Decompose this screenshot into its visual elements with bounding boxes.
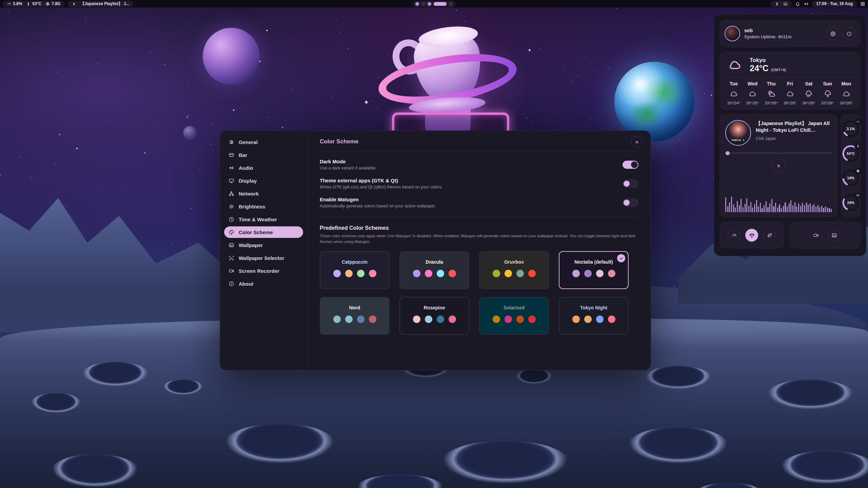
sidebar-item-audio[interactable]: Audio: [224, 162, 303, 174]
volume-icon[interactable]: [804, 1, 809, 6]
profile-button-scales[interactable]: [745, 229, 758, 242]
setting-title: Enable Matugen: [320, 197, 436, 202]
system-gauge-thermometer: 54°C: [842, 144, 860, 163]
chip-icon: [45, 2, 50, 6]
scheme-card-solarized[interactable]: Solarized: [479, 297, 549, 335]
media-player-card: TOKYO L 【Japanese Playlist】 Japan All Ni…: [719, 114, 837, 217]
visualizer-bar: [831, 209, 832, 212]
setting-title: Dark Mode: [320, 159, 376, 164]
cloud-icon: [786, 89, 794, 98]
sidebar-item-wallpaper[interactable]: Wallpaper: [224, 239, 303, 251]
cloud-icon: [725, 58, 744, 73]
toggle-enable-matugen[interactable]: [623, 199, 638, 207]
workspace-dot-empty[interactable]: [449, 2, 453, 6]
scheme-card-gruvbox[interactable]: Gruvbox: [479, 251, 549, 289]
workspace-indicator[interactable]: [413, 1, 455, 7]
power-button[interactable]: [843, 27, 855, 40]
visualizer-bar: [758, 206, 759, 212]
power-icon: [846, 31, 852, 37]
top-bar-right: 17:09 - Tue, 19 Aug: [771, 1, 865, 7]
visualizer-bar: [729, 202, 730, 212]
sidebar-item-network[interactable]: Network: [224, 188, 303, 199]
seek-knob[interactable]: [726, 151, 730, 155]
profile-button-leaf[interactable]: [763, 229, 776, 242]
crater: [356, 474, 444, 488]
clock-pill[interactable]: 17:09 - Tue, 19 Aug: [812, 1, 857, 7]
media-pill-label: 【Japanese Playlist】 J...: [80, 1, 129, 7]
color-dot: [505, 270, 512, 277]
visualizer-bar: [727, 206, 728, 212]
sidebar-item-label: Color Scheme: [239, 229, 273, 235]
system-stats-pill[interactable]: 3.8% 53°C 7.8G: [3, 1, 64, 7]
videocam-icon: [229, 268, 234, 274]
tray-pill[interactable]: [771, 1, 792, 7]
visualizer-bar: [731, 197, 732, 212]
section-description: These color schemes only apply when 'Use…: [320, 233, 638, 244]
widgets-icon[interactable]: [860, 1, 865, 6]
settings-dialog: GeneralBarAudioDisplayNetworkBrightnessT…: [220, 130, 651, 370]
color-dot: [413, 316, 420, 323]
page-title: Color Scheme: [320, 138, 638, 145]
color-dot: [584, 270, 592, 277]
bell-icon[interactable]: [795, 1, 800, 6]
weather-city: Tokyo: [750, 57, 786, 63]
color-dot: [357, 316, 364, 323]
sidebar-item-about[interactable]: About: [224, 278, 303, 289]
sidebar-item-time-weather[interactable]: Time & Weather: [224, 214, 303, 225]
scheme-colors: [333, 270, 376, 277]
scheme-card-noctalia-default[interactable]: Noctalia (default): [559, 251, 629, 289]
visualizer-bar: [743, 207, 744, 212]
sidebar-item-bar[interactable]: Bar: [224, 149, 303, 161]
media-pill[interactable]: 【Japanese Playlist】 J...: [68, 1, 133, 7]
weather-card: Tokyo 24°C (GMT+9) Tue33°/24°Wed35°/25°T…: [719, 52, 861, 109]
scheme-card-rosepine[interactable]: Rosepine: [399, 297, 469, 335]
top-bar: 3.8% 53°C 7.8G 【Japanese Playlist】 J... …: [0, 0, 868, 7]
earth-planet: [614, 62, 694, 142]
scheme-colors: [572, 316, 615, 323]
scheme-card-nord[interactable]: Nord: [320, 297, 390, 335]
shortcut-button-videocam[interactable]: [809, 229, 822, 242]
visualizer-bar: [827, 207, 828, 212]
profile-button-gauge[interactable]: [728, 229, 741, 242]
close-button[interactable]: [631, 136, 643, 148]
scheme-card-dracula[interactable]: Dracula: [399, 251, 469, 289]
gear-icon: [830, 31, 836, 37]
sidebar-item-color-scheme[interactable]: Color Scheme: [224, 226, 303, 238]
visualizer-bar: [785, 202, 786, 212]
scheme-card-tokyo-night[interactable]: Tokyo Night: [559, 297, 629, 335]
workspace-dot-occupied[interactable]: [415, 2, 419, 6]
color-dot: [596, 316, 604, 323]
forecast-day-sat: Sat36°/26°: [801, 81, 816, 105]
toggle-dark-mode[interactable]: [623, 161, 638, 169]
forecast-day-label: Wed: [748, 81, 757, 86]
workspace-dot-occupied[interactable]: [428, 2, 431, 6]
wallpaper-icon[interactable]: [783, 2, 788, 6]
memory-stat: 7.8G: [45, 1, 60, 6]
seek-bar[interactable]: [725, 152, 832, 154]
toggle-theme-external-apps-gtk-qt[interactable]: [623, 180, 638, 188]
color-dot: [449, 270, 456, 277]
sidebar-item-general[interactable]: General: [224, 136, 303, 148]
setting-title: Theme external apps (GTK & Qt): [320, 178, 442, 183]
color-dot: [572, 270, 580, 277]
sidebar-item-screen-recorder[interactable]: Screen Recorder: [224, 265, 303, 277]
settings-content: Color Scheme Dark ModeUse a dark variant…: [308, 131, 651, 370]
sidebar-item-display[interactable]: Display: [224, 175, 303, 186]
workspace-dot-focused[interactable]: [434, 2, 447, 6]
visualizer-bar: [754, 204, 755, 212]
color-dot: [608, 316, 615, 323]
scheme-colors: [493, 316, 536, 323]
sidebar-item-brightness[interactable]: Brightness: [224, 201, 303, 212]
shortcut-button-image[interactable]: [828, 229, 841, 242]
visualizer-bar: [783, 206, 784, 212]
sidebar-item-wallpaper-selector[interactable]: Wallpaper Selector: [224, 252, 303, 264]
scheme-card-catppuccin[interactable]: Catppuccin: [320, 251, 390, 289]
pause-button[interactable]: [772, 159, 785, 172]
visualizer-bar: [733, 204, 734, 212]
workspace-dot-empty[interactable]: [421, 2, 425, 6]
chip-icon: [854, 167, 861, 174]
bluetooth-icon[interactable]: [775, 2, 779, 6]
settings-button[interactable]: [826, 27, 839, 40]
visualizer-bar: [798, 203, 799, 212]
gauge-icon: [854, 118, 861, 125]
